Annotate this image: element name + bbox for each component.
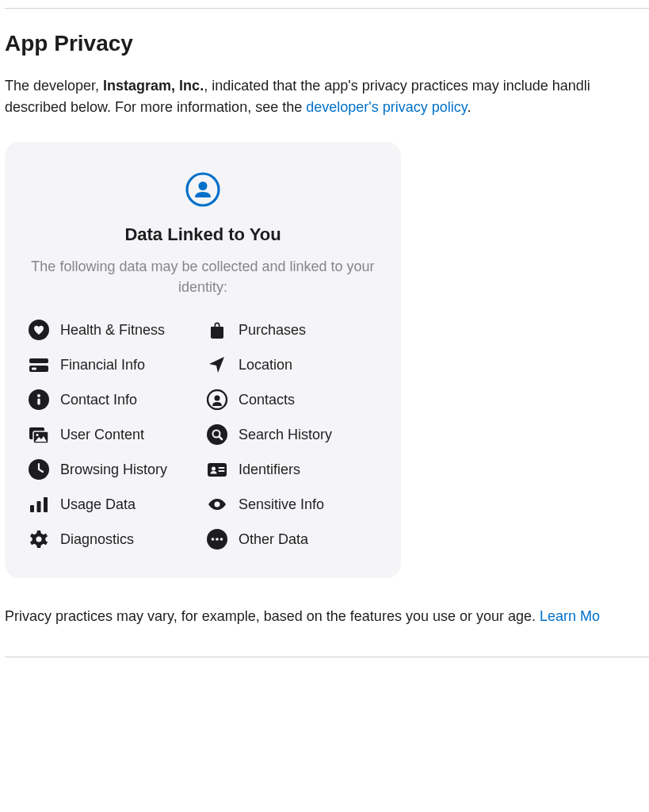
learn-more-link[interactable]: Learn Mo <box>540 608 600 624</box>
data-label: Browsing History <box>60 462 167 478</box>
svg-point-29 <box>216 538 219 541</box>
svg-point-13 <box>36 434 38 436</box>
svg-rect-20 <box>219 467 225 469</box>
svg-point-1 <box>199 182 208 190</box>
id-card-icon <box>207 459 227 480</box>
data-item-browsinghistory: Browsing History <box>29 459 199 480</box>
svg-rect-22 <box>30 505 34 512</box>
intro-paragraph: The developer, Instagram, Inc., indicate… <box>5 75 649 118</box>
developer-name: Instagram, Inc. <box>103 78 204 94</box>
dots-circle-icon <box>207 529 227 550</box>
card-subtitle: The following data may be collected and … <box>29 256 377 297</box>
data-label: Identifiers <box>239 462 300 478</box>
bag-icon <box>207 320 227 340</box>
svg-point-14 <box>207 424 227 445</box>
svg-rect-8 <box>37 399 40 405</box>
data-item-contactinfo: Contact Info <box>29 389 199 410</box>
bars-icon <box>29 494 49 515</box>
data-item-financial: Financial Info <box>29 354 199 375</box>
svg-point-26 <box>36 537 42 542</box>
data-item-purchases: Purchases <box>207 320 377 340</box>
data-label: Other Data <box>239 531 308 548</box>
data-item-usagedata: Usage Data <box>29 494 199 515</box>
svg-point-7 <box>37 394 40 397</box>
svg-point-10 <box>215 396 220 401</box>
person-circle-icon <box>207 389 227 410</box>
data-label: Contacts <box>239 392 295 408</box>
data-label: Purchases <box>239 322 306 339</box>
data-item-contacts: Contacts <box>207 389 377 410</box>
svg-rect-18 <box>208 463 227 477</box>
person-linked-icon <box>185 172 220 210</box>
data-label: User Content <box>60 427 144 443</box>
clock-icon <box>29 459 49 480</box>
svg-point-28 <box>212 538 215 541</box>
card-title: Data Linked to You <box>27 224 379 245</box>
svg-rect-24 <box>44 497 48 512</box>
section-divider-bottom <box>5 657 649 657</box>
svg-rect-5 <box>32 368 36 370</box>
credit-card-icon <box>29 354 49 375</box>
data-item-otherdata: Other Data <box>207 529 377 550</box>
svg-point-30 <box>220 538 223 541</box>
section-title: App Privacy <box>5 31 649 56</box>
data-item-diagnostics: Diagnostics <box>29 529 199 550</box>
data-item-health: Health & Fitness <box>29 320 199 340</box>
svg-rect-21 <box>219 470 225 472</box>
data-label: Usage Data <box>60 496 136 513</box>
intro-mid: , indicated that the app's privacy pract… <box>204 78 590 94</box>
intro-line2-prefix: described below. For more information, s… <box>5 99 306 115</box>
heart-circle-icon <box>29 320 49 340</box>
eye-icon <box>207 494 227 515</box>
data-item-sensitive: Sensitive Info <box>207 494 377 515</box>
data-label: Location <box>239 357 292 373</box>
svg-rect-23 <box>37 501 41 512</box>
footer-text: Privacy practices may vary, for example,… <box>5 608 540 624</box>
data-types-grid: Health & Fitness Purchases Financial Inf… <box>27 320 379 550</box>
photo-icon <box>29 424 49 445</box>
intro-prefix: The developer, <box>5 78 103 94</box>
data-label: Contact Info <box>60 392 137 408</box>
card-header-icon-wrap <box>27 172 379 210</box>
footer-paragraph: Privacy practices may vary, for example,… <box>5 608 649 625</box>
data-item-usercontent: User Content <box>29 424 199 445</box>
gear-icon <box>29 529 49 550</box>
data-label: Health & Fitness <box>60 322 165 339</box>
svg-point-19 <box>212 467 216 471</box>
data-label: Financial Info <box>60 357 145 373</box>
data-label: Diagnostics <box>60 531 134 548</box>
svg-rect-3 <box>29 358 48 363</box>
data-item-searchhistory: Search History <box>207 424 377 445</box>
location-arrow-icon <box>207 354 227 375</box>
data-label: Sensitive Info <box>239 496 324 513</box>
data-linked-card: Data Linked to You The following data ma… <box>5 142 401 578</box>
info-circle-icon <box>29 389 49 410</box>
search-circle-icon <box>207 424 227 445</box>
data-item-identifiers: Identifiers <box>207 459 377 480</box>
data-label: Search History <box>239 427 332 443</box>
section-divider-top <box>5 8 649 9</box>
svg-point-25 <box>215 502 220 508</box>
privacy-policy-link[interactable]: developer's privacy policy <box>306 99 467 115</box>
intro-suffix: . <box>467 99 471 115</box>
data-item-location: Location <box>207 354 377 375</box>
